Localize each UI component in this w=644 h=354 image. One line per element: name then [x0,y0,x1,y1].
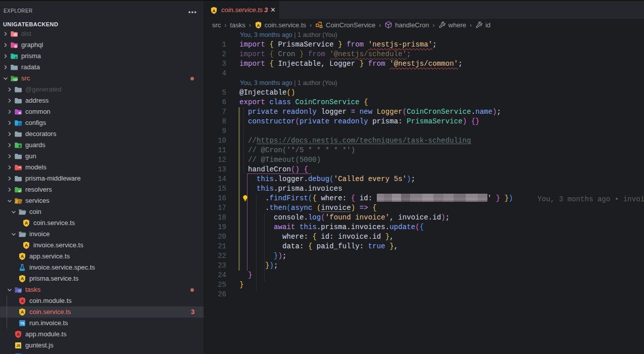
svg-text:A: A [25,243,28,248]
svg-text:A: A [21,254,24,259]
svg-text:A: A [257,23,260,28]
svg-text:</>: </> [13,78,18,81]
svg-text:A: A [213,9,216,13]
svg-text:A: A [25,220,28,226]
svg-text:TS: TS [20,322,25,325]
svg-text:A: A [21,309,24,315]
svg-text:A: A [21,298,24,303]
svg-text:A: A [21,276,24,281]
svg-text:A: A [17,332,20,337]
svg-text:JS: JS [16,344,21,347]
